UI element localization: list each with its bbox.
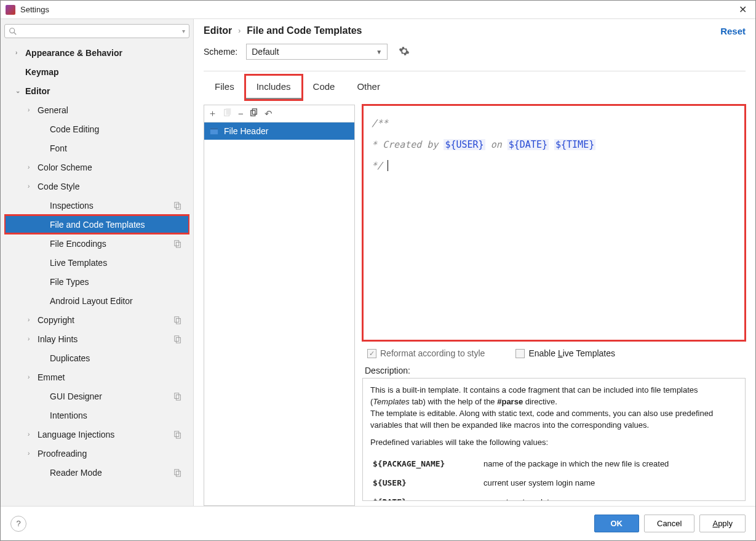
chevron-icon: › [28, 335, 36, 342]
search-input[interactable] [20, 26, 182, 36]
includes-list-panel: ＋ − ↶ File Header [204, 105, 355, 506]
breadcrumb-current: File and Code Templates [247, 25, 362, 36]
table-row: ${PACKAGE_NAME}name of the package in wh… [370, 455, 738, 474]
breadcrumb-root[interactable]: Editor [204, 25, 232, 36]
tab-code[interactable]: Code [302, 75, 346, 100]
svg-rect-13 [176, 433, 180, 438]
tree-item-code-style[interactable]: ›Code Style [4, 177, 189, 196]
checkbox-icon [367, 349, 376, 358]
chevron-icon: › [28, 106, 36, 113]
tree-item-keymap[interactable]: Keymap [4, 62, 189, 81]
tree-item-gui-designer[interactable]: GUI Designer [4, 387, 189, 406]
scope-badge-icon [173, 239, 182, 248]
app-icon [6, 5, 15, 15]
tree-item-general[interactable]: ›General [4, 100, 189, 119]
list-item[interactable]: File Header [204, 122, 354, 140]
scope-badge-icon [173, 468, 182, 477]
chevron-icon: › [28, 164, 36, 170]
tree-item-emmet[interactable]: ›Emmet [4, 367, 189, 387]
svg-rect-18 [251, 111, 255, 116]
scheme-row: Scheme: Default ▼ [204, 44, 746, 66]
apply-button[interactable]: Apply [699, 515, 746, 532]
tab-includes[interactable]: Includes [245, 75, 302, 100]
description-label: Description: [365, 366, 746, 375]
close-icon[interactable]: ✕ [735, 4, 750, 15]
settings-tree[interactable]: ›Appearance & BehaviorKeymap⌄Editor›Gene… [4, 43, 189, 506]
tree-item-color-scheme[interactable]: ›Color Scheme [4, 158, 189, 177]
reset-link[interactable]: Reset [720, 26, 746, 36]
svg-rect-12 [175, 431, 179, 436]
chevron-right-icon: › [238, 26, 241, 35]
svg-rect-17 [226, 108, 231, 115]
chevron-down-icon: ▼ [376, 49, 382, 55]
scope-badge-icon [173, 316, 182, 324]
tree-item-intentions[interactable]: Intentions [4, 406, 189, 425]
main-panel: Editor › File and Code Templates Reset S… [194, 19, 755, 506]
svg-rect-19 [252, 109, 257, 114]
tree-item-font[interactable]: Font [4, 138, 189, 158]
chevron-icon: › [28, 431, 36, 438]
copy-icon[interactable] [250, 108, 258, 119]
svg-rect-4 [175, 240, 179, 246]
svg-rect-9 [176, 337, 180, 343]
tree-item-file-types[interactable]: File Types [4, 272, 189, 291]
right-panel: /** * Created by ${USER} on ${DATE} ${TI… [362, 105, 746, 506]
tree-item-file-and-code-templates[interactable]: File and Code Templates [4, 215, 189, 234]
checkbox-icon[interactable] [515, 349, 525, 358]
tree-item-language-injections[interactable]: ›Language Injections [4, 425, 189, 444]
svg-rect-21 [210, 128, 218, 130]
table-row: ${DATE}current system date [370, 493, 738, 501]
tree-item-editor[interactable]: ⌄Editor [4, 81, 189, 100]
svg-rect-6 [175, 316, 179, 322]
tree-item-inspections[interactable]: Inspections [4, 196, 189, 215]
chevron-icon: › [28, 450, 36, 457]
tree-item-live-templates[interactable]: Live Templates [4, 253, 189, 272]
enable-live-templates-checkbox[interactable]: Enable Live Templates [515, 348, 615, 358]
template-editor[interactable]: /** * Created by ${USER} on ${DATE} ${TI… [362, 105, 746, 341]
help-button[interactable]: ? [10, 516, 26, 532]
svg-rect-3 [176, 204, 180, 209]
tree-item-inlay-hints[interactable]: ›Inlay Hints [4, 329, 189, 348]
scope-badge-icon [173, 430, 182, 439]
table-row: ${USER}current user system login name [370, 474, 738, 493]
scope-badge-icon [173, 201, 182, 210]
variables-table: ${PACKAGE_NAME}name of the package in wh… [370, 455, 738, 501]
scope-badge-icon [173, 392, 182, 401]
tabbar: FilesIncludesCodeOther [204, 75, 746, 100]
search-field[interactable]: ▾ [4, 24, 189, 38]
tab-other[interactable]: Other [346, 75, 391, 100]
gear-icon[interactable] [399, 46, 410, 58]
svg-rect-5 [176, 242, 180, 247]
create-from-template-icon [223, 108, 232, 119]
svg-rect-2 [175, 202, 179, 207]
remove-icon[interactable]: − [238, 108, 244, 119]
description-box[interactable]: This is a built-in template. It contains… [362, 378, 746, 501]
svg-line-1 [14, 32, 17, 34]
includes-list[interactable]: File Header [204, 122, 354, 505]
sidebar: ▾ ›Appearance & BehaviorKeymap⌄Editor›Ge… [1, 19, 194, 506]
search-icon [9, 27, 17, 36]
tree-item-proofreading[interactable]: ›Proofreading [4, 444, 189, 463]
ok-button[interactable]: OK [594, 515, 640, 532]
chevron-icon: › [28, 374, 36, 380]
tab-files[interactable]: Files [204, 75, 245, 100]
cancel-button[interactable]: Cancel [644, 515, 694, 532]
footer: ? OK Cancel Apply [1, 506, 755, 540]
svg-rect-7 [176, 318, 180, 324]
tree-item-android-layout-editor[interactable]: Android Layout Editor [4, 291, 189, 310]
tree-item-reader-mode[interactable]: Reader Mode [4, 463, 189, 482]
cursor [388, 160, 394, 171]
dropdown-icon[interactable]: ▾ [182, 28, 185, 34]
list-toolbar: ＋ − ↶ [204, 105, 354, 122]
tree-item-copyright[interactable]: ›Copyright [4, 310, 189, 329]
options-row: Reformat according to style Enable Live … [362, 341, 746, 366]
tree-item-code-editing[interactable]: Code Editing [4, 119, 189, 138]
tree-item-appearance-behavior[interactable]: ›Appearance & Behavior [4, 43, 189, 62]
add-icon[interactable]: ＋ [208, 108, 217, 119]
revert-icon[interactable]: ↶ [265, 108, 273, 119]
tree-item-duplicates[interactable]: Duplicates [4, 348, 189, 367]
tree-item-file-encodings[interactable]: File Encodings [4, 234, 189, 253]
chevron-icon: › [28, 316, 36, 323]
svg-rect-15 [176, 471, 180, 476]
scheme-select[interactable]: Default ▼ [246, 44, 388, 60]
